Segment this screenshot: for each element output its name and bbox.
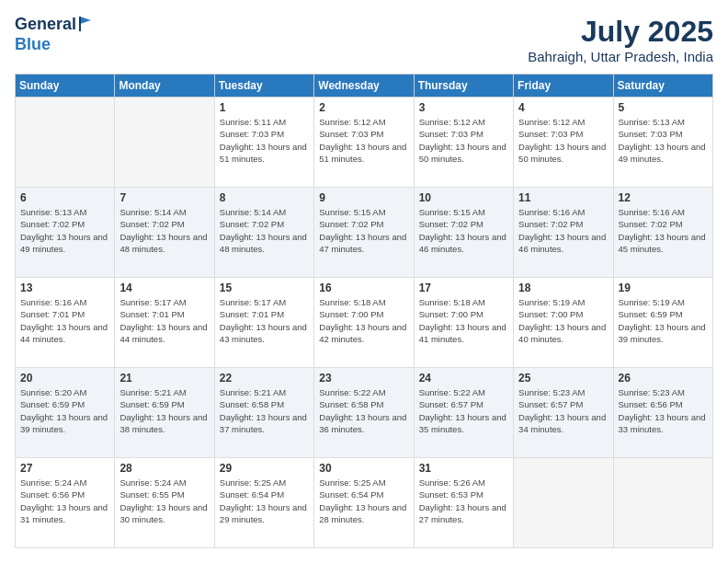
day-info: Sunrise: 5:26 AMSunset: 6:53 PMDaylight:… bbox=[419, 477, 508, 525]
day-number: 3 bbox=[419, 101, 508, 114]
day-info: Sunrise: 5:24 AMSunset: 6:55 PMDaylight:… bbox=[119, 477, 209, 525]
calendar-day-cell: 28Sunrise: 5:24 AMSunset: 6:55 PMDayligh… bbox=[115, 458, 214, 548]
day-number: 1 bbox=[220, 101, 309, 114]
calendar-day-cell: 31Sunrise: 5:26 AMSunset: 6:53 PMDayligh… bbox=[414, 458, 513, 548]
month-year-title: July 2025 bbox=[528, 15, 713, 49]
calendar-day-cell bbox=[514, 458, 613, 548]
day-info: Sunrise: 5:23 AMSunset: 6:57 PMDaylight:… bbox=[518, 386, 608, 435]
logo-flag-icon bbox=[78, 15, 97, 33]
day-number: 26 bbox=[619, 372, 708, 385]
day-number: 19 bbox=[619, 282, 708, 294]
svg-marker-0 bbox=[80, 17, 91, 24]
day-number: 6 bbox=[20, 191, 109, 204]
calendar-day-cell: 18Sunrise: 5:19 AMSunset: 7:00 PMDayligh… bbox=[514, 278, 613, 368]
calendar-day-cell: 23Sunrise: 5:22 AMSunset: 6:58 PMDayligh… bbox=[314, 368, 414, 458]
calendar-day-cell: 12Sunrise: 5:16 AMSunset: 7:02 PMDayligh… bbox=[613, 188, 712, 278]
weekday-header-friday: Friday bbox=[514, 75, 613, 98]
day-info: Sunrise: 5:16 AMSunset: 7:02 PMDaylight:… bbox=[619, 206, 708, 255]
day-number: 8 bbox=[220, 191, 309, 204]
day-number: 5 bbox=[619, 101, 708, 114]
day-number: 12 bbox=[619, 191, 708, 204]
calendar-week-row: 20Sunrise: 5:20 AMSunset: 6:59 PMDayligh… bbox=[16, 368, 713, 458]
day-info: Sunrise: 5:19 AMSunset: 7:00 PMDaylight:… bbox=[518, 296, 608, 345]
day-number: 20 bbox=[20, 372, 109, 385]
day-number: 2 bbox=[319, 101, 408, 114]
calendar-day-cell: 19Sunrise: 5:19 AMSunset: 6:59 PMDayligh… bbox=[613, 278, 712, 368]
day-info: Sunrise: 5:21 AMSunset: 6:59 PMDaylight:… bbox=[119, 386, 209, 435]
day-info: Sunrise: 5:25 AMSunset: 6:54 PMDaylight:… bbox=[319, 477, 408, 525]
calendar-day-cell: 30Sunrise: 5:25 AMSunset: 6:54 PMDayligh… bbox=[314, 458, 414, 548]
title-section: July 2025 Bahraigh, Uttar Pradesh, India bbox=[528, 15, 713, 64]
calendar-day-cell: 29Sunrise: 5:25 AMSunset: 6:54 PMDayligh… bbox=[214, 458, 313, 548]
day-info: Sunrise: 5:16 AMSunset: 7:02 PMDaylight:… bbox=[518, 206, 608, 255]
calendar-day-cell: 16Sunrise: 5:18 AMSunset: 7:00 PMDayligh… bbox=[314, 278, 414, 368]
calendar-week-row: 6Sunrise: 5:13 AMSunset: 7:02 PMDaylight… bbox=[16, 188, 713, 278]
weekday-header-monday: Monday bbox=[115, 75, 214, 98]
calendar-day-cell: 4Sunrise: 5:12 AMSunset: 7:03 PMDaylight… bbox=[514, 98, 613, 188]
day-number: 30 bbox=[319, 462, 408, 475]
day-info: Sunrise: 5:25 AMSunset: 6:54 PMDaylight:… bbox=[220, 477, 309, 525]
day-info: Sunrise: 5:15 AMSunset: 7:02 PMDaylight:… bbox=[319, 206, 408, 255]
day-info: Sunrise: 5:18 AMSunset: 7:00 PMDaylight:… bbox=[319, 296, 408, 345]
calendar-day-cell: 9Sunrise: 5:15 AMSunset: 7:02 PMDaylight… bbox=[314, 188, 414, 278]
calendar-day-cell: 8Sunrise: 5:14 AMSunset: 7:02 PMDaylight… bbox=[214, 188, 313, 278]
calendar-week-row: 1Sunrise: 5:11 AMSunset: 7:03 PMDaylight… bbox=[16, 98, 713, 188]
calendar-day-cell: 27Sunrise: 5:24 AMSunset: 6:56 PMDayligh… bbox=[16, 458, 115, 548]
day-info: Sunrise: 5:14 AMSunset: 7:02 PMDaylight:… bbox=[220, 206, 309, 255]
calendar-day-cell: 11Sunrise: 5:16 AMSunset: 7:02 PMDayligh… bbox=[514, 188, 613, 278]
calendar-day-cell: 3Sunrise: 5:12 AMSunset: 7:03 PMDaylight… bbox=[414, 98, 513, 188]
calendar-day-cell: 24Sunrise: 5:22 AMSunset: 6:57 PMDayligh… bbox=[414, 368, 513, 458]
day-info: Sunrise: 5:14 AMSunset: 7:02 PMDaylight:… bbox=[119, 206, 209, 255]
calendar-day-cell: 21Sunrise: 5:21 AMSunset: 6:59 PMDayligh… bbox=[115, 368, 214, 458]
logo-text-blue: Blue bbox=[15, 35, 51, 53]
weekday-header-sunday: Sunday bbox=[16, 75, 115, 98]
calendar-day-cell: 22Sunrise: 5:21 AMSunset: 6:58 PMDayligh… bbox=[214, 368, 313, 458]
logo: General Blue bbox=[15, 15, 97, 55]
weekday-header-wednesday: Wednesday bbox=[314, 75, 414, 98]
day-number: 23 bbox=[319, 372, 408, 385]
weekday-header-row: SundayMondayTuesdayWednesdayThursdayFrid… bbox=[16, 75, 713, 98]
day-number: 9 bbox=[319, 191, 408, 204]
day-number: 14 bbox=[119, 282, 209, 294]
day-number: 31 bbox=[419, 462, 508, 475]
calendar-day-cell: 5Sunrise: 5:13 AMSunset: 7:03 PMDaylight… bbox=[613, 98, 712, 188]
day-info: Sunrise: 5:20 AMSunset: 6:59 PMDaylight:… bbox=[20, 386, 109, 435]
day-info: Sunrise: 5:22 AMSunset: 6:57 PMDaylight:… bbox=[419, 386, 508, 435]
day-info: Sunrise: 5:21 AMSunset: 6:58 PMDaylight:… bbox=[220, 386, 309, 435]
day-number: 16 bbox=[319, 282, 408, 294]
page: General Blue July 2025 Bahraigh, Uttar P… bbox=[0, 0, 728, 563]
day-info: Sunrise: 5:18 AMSunset: 7:00 PMDaylight:… bbox=[419, 296, 508, 345]
weekday-header-thursday: Thursday bbox=[414, 75, 513, 98]
logo-text-general: General bbox=[15, 15, 76, 35]
day-info: Sunrise: 5:12 AMSunset: 7:03 PMDaylight:… bbox=[319, 116, 408, 165]
location-subtitle: Bahraigh, Uttar Pradesh, India bbox=[528, 49, 713, 64]
day-number: 21 bbox=[119, 372, 209, 385]
weekday-header-saturday: Saturday bbox=[613, 75, 712, 98]
day-info: Sunrise: 5:11 AMSunset: 7:03 PMDaylight:… bbox=[220, 116, 309, 165]
calendar-day-cell bbox=[613, 458, 712, 548]
calendar-day-cell: 15Sunrise: 5:17 AMSunset: 7:01 PMDayligh… bbox=[214, 278, 313, 368]
day-number: 11 bbox=[518, 191, 608, 204]
calendar-week-row: 27Sunrise: 5:24 AMSunset: 6:56 PMDayligh… bbox=[16, 458, 713, 548]
calendar-day-cell: 2Sunrise: 5:12 AMSunset: 7:03 PMDaylight… bbox=[314, 98, 414, 188]
day-info: Sunrise: 5:17 AMSunset: 7:01 PMDaylight:… bbox=[119, 296, 209, 345]
day-info: Sunrise: 5:23 AMSunset: 6:56 PMDaylight:… bbox=[619, 386, 708, 435]
day-number: 4 bbox=[518, 101, 608, 114]
calendar-day-cell: 1Sunrise: 5:11 AMSunset: 7:03 PMDaylight… bbox=[214, 98, 313, 188]
calendar-day-cell: 7Sunrise: 5:14 AMSunset: 7:02 PMDaylight… bbox=[115, 188, 214, 278]
calendar-day-cell: 20Sunrise: 5:20 AMSunset: 6:59 PMDayligh… bbox=[16, 368, 115, 458]
day-number: 7 bbox=[119, 191, 209, 204]
day-number: 29 bbox=[220, 462, 309, 475]
day-info: Sunrise: 5:13 AMSunset: 7:02 PMDaylight:… bbox=[20, 206, 109, 255]
day-number: 17 bbox=[419, 282, 508, 294]
calendar-day-cell: 6Sunrise: 5:13 AMSunset: 7:02 PMDaylight… bbox=[16, 188, 115, 278]
day-number: 10 bbox=[419, 191, 508, 204]
day-number: 25 bbox=[518, 372, 608, 385]
day-number: 22 bbox=[220, 372, 309, 385]
day-number: 13 bbox=[20, 282, 109, 294]
calendar-table: SundayMondayTuesdayWednesdayThursdayFrid… bbox=[15, 74, 713, 548]
day-info: Sunrise: 5:17 AMSunset: 7:01 PMDaylight:… bbox=[220, 296, 309, 345]
day-number: 27 bbox=[20, 462, 109, 475]
day-info: Sunrise: 5:13 AMSunset: 7:03 PMDaylight:… bbox=[619, 116, 708, 165]
day-number: 15 bbox=[220, 282, 309, 294]
